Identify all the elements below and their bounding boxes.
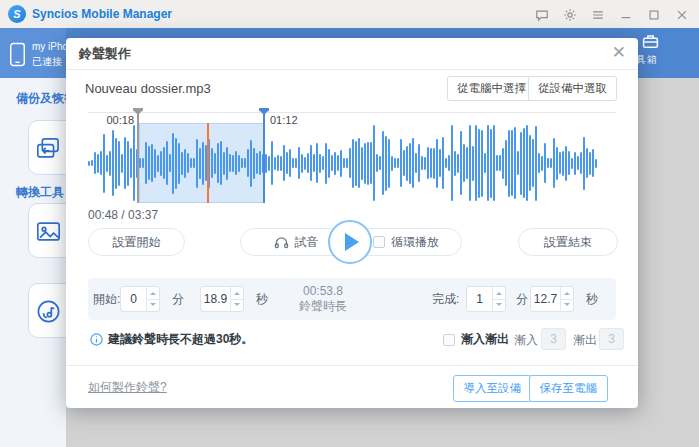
seconds-unit-label: 秒 [586,278,598,320]
waveform[interactable] [88,123,597,203]
minimize-button[interactable] [618,7,633,22]
start-minutes-stepper[interactable]: 0 [120,286,160,312]
device-name: my iPhone [32,41,66,52]
end-minutes-stepper[interactable]: 1 [466,286,506,312]
dialog-title: 鈴聲製作 [79,38,131,70]
end-marker-handle[interactable] [263,108,265,203]
ringtone-maker-dialog: 鈴聲製作 ✕ Nouveau dossier.mp3 從電腦中選擇 從設備中選取… [66,38,638,408]
loop-label: 循環播放 [391,234,439,251]
play-button[interactable] [328,220,372,264]
playback-position: 00:48 / 03:37 [88,208,158,222]
loop-checkbox[interactable] [373,236,385,248]
stepper-arrows[interactable] [560,287,573,311]
how-to-make-ringtone-link[interactable]: 如何製作鈴聲? [88,379,167,396]
set-end-button[interactable]: 設置結束 [518,228,618,256]
nav-item-toolbox[interactable]: 具箱 [636,33,696,67]
playhead-indicator [207,123,209,203]
start-minutes-value: 0 [121,287,146,311]
end-seconds-stepper[interactable]: 12.7 [530,286,574,312]
fade-in-out-checkbox[interactable] [443,334,455,346]
footer-divider [66,365,638,366]
hamburger-menu-icon [591,8,605,22]
syncios-logo-icon: S [8,5,26,23]
audio-filename: Nouveau dossier.mp3 [85,81,211,96]
close-window-button[interactable] [674,7,689,22]
duration-tip: 建議鈴聲時長不超過30秒。 [108,331,253,348]
audition-label: 試音 [295,234,319,251]
start-label: 開始: [93,278,120,320]
start-seconds-value: 18.9 [201,287,230,311]
toolbox-icon [642,33,659,50]
close-icon [675,8,689,22]
waveform-bars [88,123,597,203]
sidebar-section-convert-tools: 轉換工具 [16,184,64,201]
menu-button[interactable] [590,7,605,22]
sidebar-item-photo-tool[interactable] [28,203,66,258]
end-marker-time: 01:12 [270,114,298,126]
app-window: S Syncios Mobile Manager [0,0,699,447]
stepper-arrows[interactable] [230,287,243,311]
speech-bubble-icon [535,8,549,22]
end-minutes-value: 1 [467,287,492,311]
waveform-ruler-line [88,112,616,113]
set-start-button[interactable]: 設置開始 [88,228,185,256]
duration-value: 00:53.8 [278,284,368,299]
trim-settings-band: 開始: 0 分 18.9 秒 00:53.8 鈴聲時長 完成: 1 分 12 [88,278,616,320]
headphones-icon [274,236,289,249]
nav-toolbox-label: 具箱 [636,53,696,67]
phone-icon [9,42,26,67]
fade-out-input[interactable]: 3 [599,328,624,350]
sidebar-item-audio-convert-tool[interactable] [28,283,66,338]
app-title: Syncios Mobile Manager [32,7,172,21]
feedback-button[interactable] [534,7,549,22]
play-icon [345,233,359,251]
info-icon [90,333,103,346]
seconds-unit-label: 秒 [256,278,268,320]
duration-label: 鈴聲時長 [278,299,368,314]
sidebar-section-backup-restore: 備份及恢復 [16,90,66,107]
titlebar-controls [534,7,689,22]
fade-in-input[interactable]: 3 [541,328,566,350]
maximize-icon [647,8,661,22]
backup-restore-icon [35,135,62,162]
photo-icon [35,218,62,245]
maximize-button[interactable] [646,7,661,22]
fade-in-label: 漸入 [514,332,538,349]
audio-convert-icon [35,298,62,325]
select-from-pc-button[interactable]: 從電腦中選擇 [447,76,536,101]
dialog-close-button[interactable]: ✕ [612,42,626,63]
end-seconds-value: 12.7 [531,287,560,311]
import-to-device-button[interactable]: 導入至設備 [453,375,533,402]
device-panel[interactable]: my iPhone 已連接 [0,28,66,78]
start-marker-handle[interactable] [137,108,139,203]
titlebar: S Syncios Mobile Manager [0,0,699,28]
end-label: 完成: [432,278,459,320]
stepper-arrows[interactable] [146,287,159,311]
minutes-unit-label: 分 [172,278,184,320]
sidebar: my iPhone 已連接 備份及恢復 轉換工具 [0,28,66,447]
settings-button[interactable] [562,7,577,22]
save-to-pc-button[interactable]: 保存至電腦 [529,375,609,402]
start-seconds-stepper[interactable]: 18.9 [200,286,244,312]
device-status: 已連接 [32,55,62,69]
minutes-unit-label: 分 [516,278,528,320]
ringtone-duration: 00:53.8 鈴聲時長 [278,284,368,314]
fade-out-label: 漸出 [573,332,597,349]
minimize-icon [619,8,633,22]
start-marker-time: 00:18 [86,114,134,126]
fade-in-out-label: 漸入漸出 [461,331,509,348]
select-from-device-button[interactable]: 從設備中選取 [528,76,617,101]
stepper-arrows[interactable] [492,287,505,311]
sidebar-item-backup-restore[interactable] [28,120,66,175]
dialog-header: 鈴聲製作 ✕ [66,38,638,70]
gear-icon [563,8,577,22]
